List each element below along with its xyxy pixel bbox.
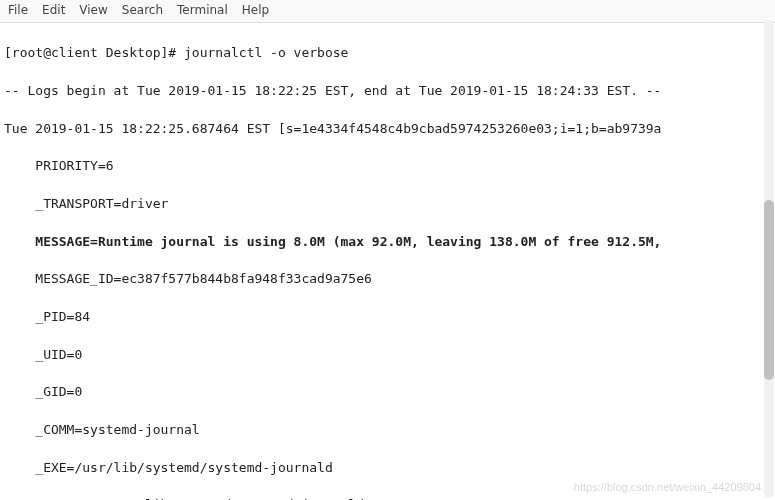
entry1-message-id: MESSAGE_ID=ec387f577b844b8fa948f33cad9a7… [4, 270, 771, 289]
scrollbar-thumb[interactable] [764, 200, 774, 380]
scrollbar-vertical[interactable] [764, 20, 774, 498]
entry1-header: Tue 2019-01-15 18:22:25.687464 EST [s=1e… [4, 120, 771, 139]
menu-edit[interactable]: Edit [42, 2, 65, 19]
entry1-transport: _TRANSPORT=driver [4, 195, 771, 214]
menu-view[interactable]: View [79, 2, 107, 19]
command-text: journalctl -o verbose [184, 45, 348, 60]
entry1-priority: PRIORITY=6 [4, 157, 771, 176]
shell-prompt: [root@client Desktop]# [4, 45, 184, 60]
menu-help[interactable]: Help [242, 2, 269, 19]
entry1-pid: _PID=84 [4, 308, 771, 327]
prompt-line: [root@client Desktop]# journalctl -o ver… [4, 44, 771, 63]
entry1-exe: _EXE=/usr/lib/systemd/systemd-journald [4, 459, 771, 478]
terminal-output[interactable]: [root@client Desktop]# journalctl -o ver… [0, 23, 775, 500]
menu-search[interactable]: Search [122, 2, 163, 19]
menu-file[interactable]: File [8, 2, 28, 19]
entry1-gid: _GID=0 [4, 383, 771, 402]
logs-begin-line: -- Logs begin at Tue 2019-01-15 18:22:25… [4, 82, 771, 101]
entry1-comm: _COMM=systemd-journal [4, 421, 771, 440]
entry1-uid: _UID=0 [4, 346, 771, 365]
menu-terminal[interactable]: Terminal [177, 2, 228, 19]
entry1-cmdline: _CMDLINE=/usr/lib/systemd/systemd-journa… [4, 496, 771, 500]
menubar: File Edit View Search Terminal Help [0, 0, 775, 23]
entry1-message: MESSAGE=Runtime journal is using 8.0M (m… [4, 233, 771, 252]
